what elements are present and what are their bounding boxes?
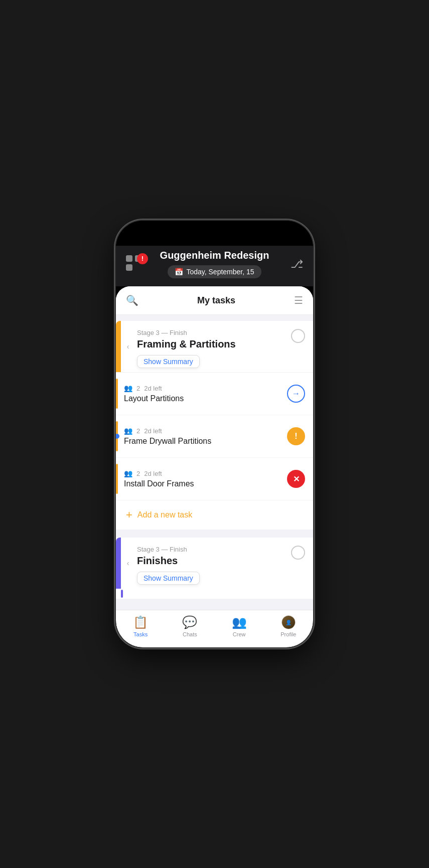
task-time-0: 2d left bbox=[144, 385, 162, 392]
branch-icon[interactable]: ⎇ bbox=[291, 258, 303, 271]
task-meta-frame-drywall: 👥 2 2d left bbox=[124, 427, 287, 435]
section-stage-framing: Stage 3 — Finish bbox=[137, 329, 285, 336]
avatar-image: 👤 bbox=[282, 616, 295, 629]
task-action-warning-1[interactable]: ! bbox=[287, 427, 305, 445]
section-chevron-btn-finishes[interactable]: ‹ bbox=[121, 538, 135, 589]
grid-dot-3 bbox=[126, 264, 132, 271]
app-header: ! Guggenheim Redesign 📅 Today, September… bbox=[116, 246, 313, 286]
project-title: Guggenheim Redesign bbox=[148, 250, 281, 261]
add-task-plus-icon: + bbox=[126, 508, 132, 522]
section-framing-header: ‹ Stage 3 — Finish Framing & Partitions … bbox=[116, 321, 313, 372]
section-info-finishes: Stage 3 — Finish Finishes Show Summary bbox=[135, 538, 291, 589]
section-stage-finishes: Stage 3 — Finish bbox=[137, 546, 285, 553]
tasks-title: My tasks bbox=[197, 295, 235, 306]
section-chevron-btn-framing[interactable]: ‹ bbox=[121, 321, 135, 372]
task-item-frame-drywall: 👥 2 2d left Frame Drywall Partitions ! bbox=[116, 415, 313, 458]
purple-line-indicator bbox=[121, 590, 123, 598]
bottom-nav: 📋 Tasks 💬 Chats 👥 Crew 👤 Profile bbox=[116, 610, 313, 647]
header-center: Guggenheim Redesign 📅 Today, September, … bbox=[148, 250, 281, 278]
section-framing: ‹ Stage 3 — Finish Framing & Partitions … bbox=[116, 321, 313, 530]
task-time-1: 2d left bbox=[144, 427, 162, 435]
task-meta-install-door: 👥 2 2d left bbox=[124, 469, 287, 477]
nav-item-tasks[interactable]: 📋 Tasks bbox=[123, 615, 158, 637]
grid-dot-1 bbox=[126, 255, 132, 262]
task-indicator-0 bbox=[116, 379, 118, 409]
calendar-icon: 📅 bbox=[175, 268, 183, 276]
task-name-layout-partitions: Layout Partitions bbox=[124, 394, 287, 403]
task-indicator-1 bbox=[116, 421, 118, 451]
profile-nav-label: Profile bbox=[280, 631, 296, 637]
task-info-install-door: 👥 2 2d left Install Door Frames bbox=[124, 469, 287, 488]
add-task-label: Add a new task bbox=[137, 510, 192, 519]
filter-icon[interactable]: ☰ bbox=[294, 294, 303, 306]
section-finishes: ‹ Stage 3 — Finish Finishes Show Summary bbox=[116, 538, 313, 599]
avatar: 👤 bbox=[281, 615, 296, 629]
tasks-header: 🔍 My tasks ☰ bbox=[116, 286, 313, 315]
section-info-framing: Stage 3 — Finish Framing & Partitions Sh… bbox=[135, 321, 291, 372]
task-info-frame-drywall: 👥 2 2d left Frame Drywall Partitions bbox=[124, 427, 287, 446]
tasks-nav-label: Tasks bbox=[133, 631, 148, 637]
section-finishes-header: ‹ Stage 3 — Finish Finishes Show Summary bbox=[116, 538, 313, 589]
section-divider bbox=[116, 530, 313, 534]
date-pill[interactable]: 📅 Today, September, 15 bbox=[168, 265, 261, 278]
nav-item-crew[interactable]: 👥 Crew bbox=[222, 615, 257, 637]
tasks-icon: 📋 bbox=[133, 615, 148, 629]
task-dot-1 bbox=[116, 434, 119, 439]
task-count-2: 2 bbox=[136, 470, 140, 477]
task-list-framing: 👥 2 2d left Layout Partitions → bbox=[116, 372, 313, 500]
task-indicator-2 bbox=[116, 464, 118, 494]
notification-badge[interactable]: ! bbox=[137, 253, 148, 264]
assignees-icon-0: 👥 bbox=[124, 384, 132, 392]
chats-icon: 💬 bbox=[182, 615, 197, 629]
task-action-error-2[interactable]: ✕ bbox=[287, 470, 305, 488]
section-name-finishes: Finishes bbox=[137, 555, 285, 567]
nav-item-chats[interactable]: 💬 Chats bbox=[172, 615, 207, 637]
main-content: 🔍 My tasks ☰ ‹ Stage 3 — Finish Framing … bbox=[116, 286, 313, 610]
task-name-frame-drywall: Frame Drywall Partitions bbox=[124, 437, 287, 446]
chats-nav-label: Chats bbox=[183, 631, 197, 637]
nav-item-profile[interactable]: 👤 Profile bbox=[271, 615, 306, 637]
arrow-right-icon: → bbox=[292, 389, 300, 398]
task-time-2: 2d left bbox=[144, 470, 162, 477]
task-item-layout-partitions: 👥 2 2d left Layout Partitions → bbox=[116, 373, 313, 415]
section-name-framing: Framing & Partitions bbox=[137, 338, 285, 350]
section-checkbox-finishes[interactable] bbox=[291, 546, 305, 560]
show-summary-btn-finishes[interactable]: Show Summary bbox=[137, 572, 200, 585]
crew-icon: 👥 bbox=[232, 615, 247, 629]
section-checkbox-framing[interactable] bbox=[291, 329, 305, 343]
finishes-bottom-indicator bbox=[116, 589, 313, 599]
crew-nav-label: Crew bbox=[233, 631, 246, 637]
section-bar-purple bbox=[116, 538, 121, 589]
task-count-0: 2 bbox=[136, 385, 140, 392]
assignees-icon-2: 👥 bbox=[124, 469, 132, 477]
show-summary-btn-framing[interactable]: Show Summary bbox=[137, 355, 200, 368]
date-label: Today, September, 15 bbox=[186, 268, 254, 276]
task-meta-layout-partitions: 👥 2 2d left bbox=[124, 384, 287, 392]
section-bar-orange bbox=[116, 321, 121, 372]
task-action-arrow-0[interactable]: → bbox=[287, 385, 305, 403]
task-item-install-door: 👥 2 2d left Install Door Frames ✕ bbox=[116, 458, 313, 500]
task-info-layout-partitions: 👥 2 2d left Layout Partitions bbox=[124, 384, 287, 403]
task-count-1: 2 bbox=[136, 427, 140, 435]
warning-icon: ! bbox=[295, 432, 297, 441]
assignees-icon-1: 👥 bbox=[124, 427, 132, 435]
add-task-row[interactable]: + Add a new task bbox=[116, 500, 313, 530]
header-right: ⎇ bbox=[281, 258, 303, 271]
task-name-install-door: Install Door Frames bbox=[124, 479, 287, 488]
search-icon[interactable]: 🔍 bbox=[126, 294, 138, 306]
bottom-spacer bbox=[116, 599, 313, 609]
header-left: ! bbox=[126, 253, 148, 275]
close-icon: ✕ bbox=[293, 474, 300, 484]
